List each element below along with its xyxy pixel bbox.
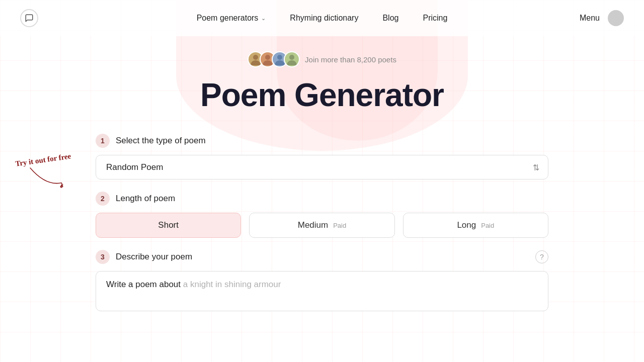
length-buttons: Short Medium Paid Long Paid	[96, 213, 548, 238]
step-2-number: 2	[96, 192, 110, 206]
svg-point-2	[265, 55, 270, 60]
length-medium-button[interactable]: Medium Paid	[249, 213, 394, 238]
try-arrow-icon	[25, 165, 65, 191]
nav-poem-generators[interactable]: Poem generators ⌄	[197, 14, 266, 23]
poets-row: Join more than 8,200 poets	[248, 51, 396, 67]
navbar: Poem generators ⌄ Rhyming dictionary Blo…	[0, 0, 644, 36]
svg-point-0	[613, 14, 618, 18]
step-2-label: Length of poem	[116, 194, 175, 204]
nav-pricing[interactable]: Pricing	[423, 14, 447, 23]
help-icon[interactable]: ?	[535, 250, 548, 263]
step-1-number: 1	[96, 134, 110, 148]
user-avatar[interactable]	[608, 10, 624, 26]
step-1: 1 Select the type of poem Random Poem Ha…	[96, 134, 548, 179]
poem-type-select-wrapper: Random Poem Haiku Sonnet Limerick Free V…	[96, 155, 548, 179]
textarea-prefix-text: Write a poem about	[106, 280, 183, 289]
page-title: Poem Generator	[200, 76, 444, 114]
poem-type-select[interactable]: Random Poem Haiku Sonnet Limerick Free V…	[96, 155, 548, 179]
chevron-down-icon: ⌄	[261, 15, 266, 22]
poem-description-wrapper: Write a poem about a knight in shining a…	[96, 271, 548, 311]
step-1-label: Select the type of poem	[116, 136, 206, 146]
step-3-label: Describe your poem	[116, 252, 192, 262]
menu-button[interactable]: Menu	[580, 14, 600, 23]
nav-blog[interactable]: Blog	[382, 14, 398, 23]
nav-center: Poem generators ⌄ Rhyming dictionary Blo…	[197, 14, 448, 23]
step-3-left: 3 Describe your poem	[96, 250, 192, 264]
poets-text: Join more than 8,200 poets	[305, 55, 396, 64]
poet-avatar-4	[284, 51, 300, 67]
nav-left	[20, 9, 38, 27]
chat-icon[interactable]	[20, 9, 38, 27]
step-2-header: 2 Length of poem	[96, 192, 548, 206]
poet-avatars	[248, 51, 300, 67]
step-3-number: 3	[96, 250, 110, 264]
long-paid-badge: Paid	[481, 222, 494, 229]
svg-point-4	[289, 55, 294, 60]
step-3: 3 Describe your poem ? Write a poem abou…	[96, 250, 548, 311]
svg-point-1	[253, 55, 258, 60]
step-3-header: 3 Describe your poem ?	[96, 250, 548, 264]
form-container: 1 Select the type of poem Random Poem Ha…	[96, 134, 548, 323]
svg-point-3	[277, 55, 282, 60]
step-1-header: 1 Select the type of poem	[96, 134, 548, 148]
try-annotation: Try it out for free	[15, 156, 71, 191]
step-2: 2 Length of poem Short Medium Paid Long …	[96, 192, 548, 238]
medium-paid-badge: Paid	[333, 222, 346, 229]
length-short-button[interactable]: Short	[96, 213, 241, 238]
textarea-placeholder-text: a knight in shining armour	[183, 280, 281, 289]
length-long-button[interactable]: Long Paid	[403, 213, 548, 238]
nav-right: Menu	[580, 10, 624, 26]
nav-rhyming-dictionary[interactable]: Rhyming dictionary	[290, 14, 358, 23]
main-content: Join more than 8,200 poets Poem Generato…	[0, 36, 644, 323]
